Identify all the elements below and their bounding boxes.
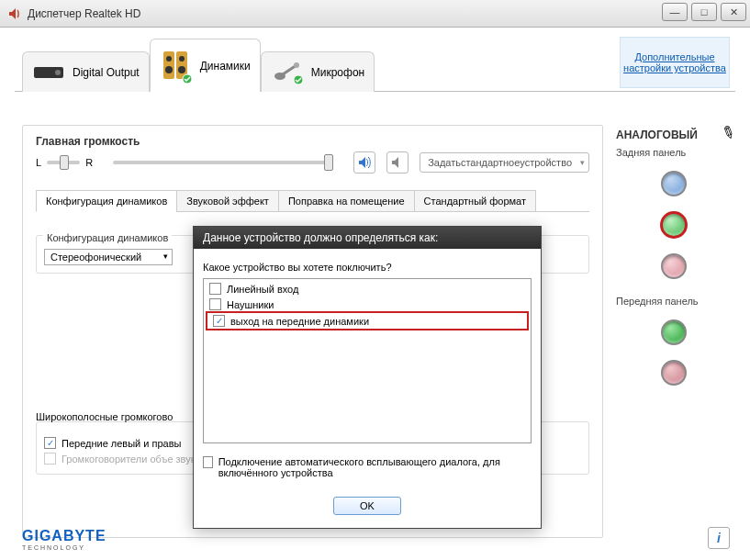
balance-left: L bbox=[36, 157, 41, 168]
rear-panel-label: Задняя панель bbox=[616, 147, 732, 158]
window-title: Диспетчер Realtek HD bbox=[28, 7, 140, 20]
brand-logo: GIGABYTE TECHNOLOGY bbox=[22, 528, 106, 551]
content-area: Digital Output Динамики Микрофон Дополни… bbox=[0, 28, 750, 560]
svg-point-10 bbox=[294, 62, 299, 68]
svg-point-1 bbox=[55, 70, 61, 75]
jack-front-mic[interactable] bbox=[661, 360, 687, 386]
checkbox-icon bbox=[209, 283, 221, 295]
option-label: Линейный вход bbox=[227, 284, 298, 295]
tab-label: Динамики bbox=[200, 60, 251, 73]
svg-point-7 bbox=[178, 66, 185, 73]
microphone-icon bbox=[271, 56, 304, 89]
svg-point-6 bbox=[165, 66, 173, 73]
jack-speaker-out[interactable] bbox=[660, 211, 688, 239]
extra-settings-label[interactable]: Дополнительные настройки устройства bbox=[621, 51, 729, 73]
tab-label: Микрофон bbox=[311, 66, 364, 79]
option-label: выход на передние динамики bbox=[230, 316, 369, 327]
ok-button[interactable]: OK bbox=[333, 497, 401, 515]
dialog-options: Линейный вход Наушники ✓ выход на передн… bbox=[203, 278, 532, 443]
default-device-dropdown[interactable]: Задать стандартное устройство bbox=[420, 152, 589, 173]
speaker-config-select[interactable]: Стереофонический bbox=[44, 249, 173, 265]
receiver-icon bbox=[32, 56, 65, 89]
svg-point-4 bbox=[166, 56, 172, 62]
subtab-room[interactable]: Поправка на помещение bbox=[278, 190, 415, 212]
svg-point-5 bbox=[179, 56, 185, 62]
dialog-prompt: Какое устройство вы хотете поключить? bbox=[203, 262, 532, 273]
tab-microphone[interactable]: Микрофон bbox=[261, 51, 375, 92]
volume-label: Главная громкость bbox=[36, 135, 589, 148]
jack-front-headphone[interactable] bbox=[661, 319, 687, 345]
brand-sub: TECHNOLOGY bbox=[22, 544, 106, 551]
tab-speakers[interactable]: Динамики bbox=[150, 39, 261, 92]
checkbox-icon: ✓ bbox=[44, 437, 56, 449]
auto-popup-checkbox[interactable]: Подключение автоматического всплывающего… bbox=[203, 456, 532, 478]
auto-popup-label: Подключение автоматического всплывающего… bbox=[218, 456, 532, 478]
footer: GIGABYTE TECHNOLOGY bbox=[22, 528, 106, 551]
highlighted-option: ✓ выход на передние динамики bbox=[206, 311, 529, 330]
default-device-line3: устройство bbox=[520, 157, 572, 168]
checkbox-icon bbox=[209, 298, 221, 310]
close-button[interactable]: ✕ bbox=[721, 3, 746, 21]
front-panel-label: Передняя панель bbox=[616, 296, 732, 307]
sound-icon[interactable] bbox=[353, 151, 375, 174]
front-lr-label: Передние левый и правы bbox=[62, 438, 181, 449]
subtab-format[interactable]: Стандартный формат bbox=[414, 190, 536, 212]
checkbox-icon bbox=[44, 453, 56, 465]
option-front-speaker-out[interactable]: ✓ выход на передние динамики bbox=[209, 313, 525, 329]
connector-dialog: Данное устройство должно определяться ка… bbox=[193, 226, 542, 529]
dialog-title: Данное устройство должно определяться ка… bbox=[194, 227, 541, 249]
minimize-button[interactable]: — bbox=[662, 3, 688, 21]
maximize-button[interactable]: □ bbox=[691, 3, 717, 21]
svg-rect-2 bbox=[163, 51, 174, 79]
default-device-line1: Задать bbox=[428, 157, 461, 168]
speaker-config-value: Стереофонический bbox=[50, 252, 141, 263]
window-controls: — □ ✕ bbox=[662, 3, 746, 21]
brand-name: GIGABYTE bbox=[22, 528, 106, 543]
analog-panel: АНАЛОГОВЫЙ Задняя панель Передняя панель bbox=[616, 129, 732, 393]
option-headphone[interactable]: Наушники bbox=[206, 297, 529, 312]
volume-slider[interactable] bbox=[113, 161, 333, 164]
volume-section: Главная громкость L R Задать стандартное bbox=[36, 135, 589, 174]
balance-slider[interactable]: L R bbox=[36, 157, 93, 168]
balance-right: R bbox=[85, 157, 93, 168]
checkbox-icon bbox=[203, 456, 213, 468]
tab-label: Digital Output bbox=[73, 66, 140, 79]
checkbox-icon: ✓ bbox=[213, 315, 225, 327]
titlebar: Диспетчер Realtek HD — □ ✕ bbox=[0, 0, 750, 28]
subtab-effect[interactable]: Звуковой эффект bbox=[176, 190, 279, 212]
jack-line-in[interactable] bbox=[661, 171, 687, 196]
jack-mic-in[interactable] bbox=[661, 253, 687, 279]
mute-icon[interactable] bbox=[386, 151, 409, 174]
default-device-line2: стандартное bbox=[461, 157, 520, 168]
fullrange-title: Широкополосные громкогово bbox=[36, 411, 173, 422]
option-label: Наушники bbox=[227, 299, 274, 310]
analog-title: АНАЛОГОВЫЙ bbox=[616, 129, 732, 141]
speaker-config-title: Конфигурация динамиков bbox=[43, 232, 172, 243]
option-line-in[interactable]: Линейный вход bbox=[206, 281, 529, 297]
surround-label: Громкоговорители объе звука bbox=[62, 454, 201, 465]
speaker-icon bbox=[7, 6, 22, 21]
extra-settings-link[interactable]: Дополнительные настройки устройства bbox=[620, 37, 730, 88]
tab-digital-output[interactable]: Digital Output bbox=[22, 51, 150, 92]
speakers-icon bbox=[160, 50, 193, 83]
subtabs: Конфигурация динамиков Звуковой эффект П… bbox=[36, 190, 589, 212]
info-button[interactable]: i bbox=[708, 527, 730, 549]
subtab-config[interactable]: Конфигурация динамиков bbox=[36, 190, 177, 212]
